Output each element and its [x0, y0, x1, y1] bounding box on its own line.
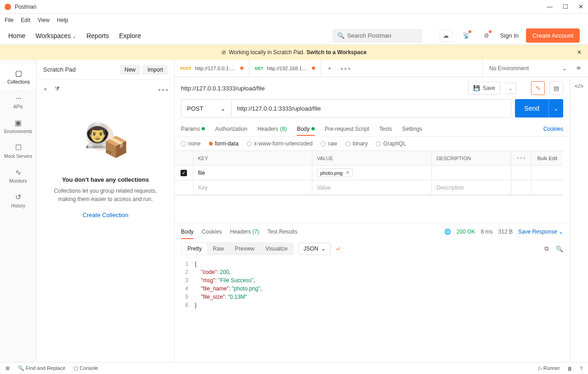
banner-action-link[interactable]: Switch to a Workspace [306, 49, 366, 56]
settings-icon[interactable]: ⚙ [480, 29, 493, 42]
more-options-icon[interactable]: ∘∘∘ [158, 86, 169, 93]
wrap-lines-icon[interactable]: ⤶ [335, 245, 341, 252]
window-minimize[interactable]: — [547, 3, 553, 10]
capture-icon[interactable]: 📡 [460, 29, 473, 42]
code-snippet-icon[interactable]: </> [575, 83, 583, 89]
window-maximize[interactable]: ☐ [563, 3, 568, 10]
view-raw[interactable]: Raw [207, 243, 229, 254]
save-button[interactable]: 💾 Save [468, 82, 500, 95]
runner[interactable]: ▷ Runner [538, 365, 560, 371]
body-raw[interactable]: raw [321, 140, 337, 147]
resp-tab-headers[interactable]: Headers (7) [230, 229, 259, 235]
console[interactable]: ▢ Console [74, 365, 98, 371]
send-button[interactable]: Send [515, 99, 548, 117]
globe-icon[interactable]: 🌐 [444, 229, 451, 235]
tab-request-2[interactable]: GET http://192.168.1.23... [249, 60, 322, 77]
environment-select[interactable]: No Environment ⌄ 👁 [482, 60, 588, 77]
chip-remove-icon[interactable]: ✕ [345, 170, 350, 176]
edit-icon[interactable]: ✎ [531, 81, 545, 95]
body-binary[interactable]: binary [345, 140, 368, 147]
view-pretty[interactable]: Pretty [182, 243, 207, 254]
tab-request-1[interactable]: POST http://127.0.0.1:3... [175, 60, 249, 77]
body-urlencoded[interactable]: x-www-form-urlencoded [247, 140, 312, 147]
resp-tab-cookies[interactable]: Cookies [202, 229, 221, 235]
request-title[interactable]: http://127.0.0.1:3333/upload/file [181, 85, 464, 92]
tab-settings[interactable]: Settings [402, 126, 422, 132]
resp-tab-tests[interactable]: Test Results [267, 229, 297, 235]
tab-options-icon[interactable]: ∘∘∘ [340, 65, 351, 72]
signin-link[interactable]: Sign In [500, 32, 519, 39]
rail-mock-servers[interactable]: ☐ Mock Servers [0, 139, 36, 163]
create-account-button[interactable]: Create Account [526, 28, 580, 43]
cloud-sync-icon[interactable]: ☁ [440, 29, 452, 42]
tabbar: POST http://127.0.0.1:3... GET http://19… [175, 60, 588, 77]
nav-explore[interactable]: Explore [119, 32, 141, 39]
row-desc-input[interactable] [432, 166, 511, 180]
save-response-link[interactable]: Save Response ⌄ [518, 229, 563, 235]
url-input[interactable]: http://127.0.0.1:3333/upload/file [232, 99, 511, 117]
row-value-input[interactable]: photo.png✕ [312, 166, 432, 180]
tab-params[interactable]: Params [181, 126, 205, 132]
body-form-data[interactable]: form-data [209, 140, 238, 147]
layout-icon[interactable]: ⊞ [6, 365, 10, 371]
copy-icon[interactable]: ⧉ [544, 245, 548, 252]
menu-edit[interactable]: Edit [21, 17, 30, 23]
rail-apis[interactable]: 𝌀 APIs [0, 89, 36, 114]
rail-history[interactable]: ↺ History [0, 188, 36, 213]
tab-tests[interactable]: Tests [379, 126, 392, 132]
col-value: VALUE [312, 151, 432, 165]
new-button[interactable]: New [120, 65, 140, 75]
resp-tab-body[interactable]: Body [181, 229, 193, 235]
find-replace[interactable]: 🔍 Find and Replace [18, 365, 65, 371]
filter-icon[interactable]: ⧩ [55, 85, 60, 93]
bulk-edit-link[interactable]: Bulk Edit [531, 151, 563, 165]
row-key-input[interactable]: file [193, 166, 312, 180]
format-select[interactable]: JSON ⌄ [299, 243, 331, 255]
row-desc-input[interactable]: Description [432, 180, 511, 195]
eye-icon[interactable]: 👁 [576, 65, 582, 72]
view-visualize[interactable]: Visualize [260, 243, 293, 254]
comments-icon[interactable]: ▤ [549, 81, 563, 95]
sidebar-rail: ▢ Collections 𝌀 APIs ▣ Environments ☐ Mo… [0, 60, 37, 362]
help-icon[interactable]: ? [580, 366, 582, 371]
tab-prerequest[interactable]: Pre-request Script [325, 126, 369, 132]
search-response-icon[interactable]: 🔍 [556, 246, 563, 252]
tab-authorization[interactable]: Authorization [215, 126, 247, 132]
banner-close-icon[interactable]: ✕ [577, 49, 582, 56]
body-graphql[interactable]: GraphQL [376, 140, 406, 147]
row-value-input[interactable]: Value [312, 180, 432, 195]
create-collection-link[interactable]: Create Collection [83, 212, 129, 218]
body-none[interactable]: none [181, 140, 201, 147]
new-tab-icon[interactable]: ＋ [327, 64, 333, 73]
rail-environments[interactable]: ▣ Environments [0, 114, 36, 139]
menu-help[interactable]: Help [57, 17, 68, 23]
chevron-down-icon: ⌄ [562, 65, 567, 72]
chevron-down-icon: ⌄ [220, 105, 226, 112]
window-close[interactable]: ✕ [578, 3, 583, 10]
collections-icon: ▢ [15, 69, 22, 78]
row-key-input[interactable]: Key [193, 180, 312, 195]
method-select[interactable]: POST ⌄ [181, 99, 232, 117]
save-dropdown[interactable]: ⌄ [505, 83, 516, 94]
view-preview[interactable]: Preview [229, 243, 260, 254]
tab-method: GET [255, 66, 264, 71]
rail-monitors[interactable]: ∿ Monitors [0, 163, 36, 188]
trash-icon[interactable]: 🗑 [567, 366, 572, 371]
nav-workspaces[interactable]: Workspaces [35, 32, 76, 39]
tab-headers[interactable]: Headers (8) [257, 126, 287, 132]
rail-collections[interactable]: ▢ Collections [0, 64, 36, 89]
menu-view[interactable]: View [38, 17, 50, 23]
row-checkbox[interactable]: ✓ [181, 170, 187, 176]
col-options-icon[interactable]: ∘∘∘ [511, 151, 531, 165]
tab-body[interactable]: Body [297, 126, 314, 132]
add-collection-icon[interactable]: ＋ [42, 85, 48, 93]
import-button[interactable]: Import [143, 65, 168, 75]
search-input[interactable]: 🔍 Search Postman [333, 29, 422, 43]
menu-file[interactable]: File [5, 17, 13, 23]
col-description: DESCRIPTION [432, 151, 511, 165]
nav-reports[interactable]: Reports [86, 32, 109, 39]
nav-home[interactable]: Home [8, 32, 25, 39]
response-body[interactable]: 1{2 "code": 200,3 "msg": "File Success",… [175, 258, 570, 311]
send-dropdown[interactable]: ⌄ [548, 99, 563, 117]
cookies-link[interactable]: Cookies [543, 126, 563, 132]
